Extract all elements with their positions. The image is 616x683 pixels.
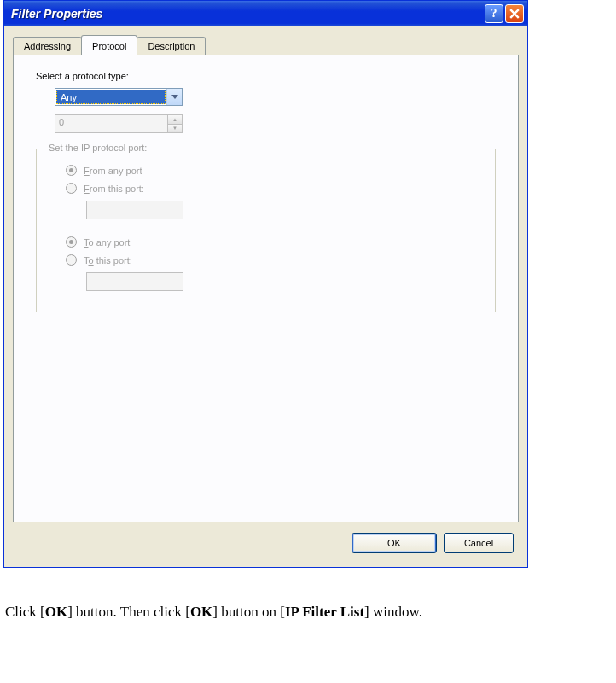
help-button[interactable]: ?: [485, 4, 503, 23]
close-icon: [509, 9, 520, 19]
window-title: Filter Properties: [11, 7, 485, 20]
from-port-input: [86, 201, 183, 219]
radio-icon: [66, 183, 77, 194]
select-protocol-label: Select a protocol type:: [36, 71, 496, 81]
dialog-window: Filter Properties ? Addressing Protocol …: [3, 0, 528, 568]
help-icon: ?: [491, 7, 497, 20]
spinner-up-button: ▲: [167, 115, 182, 125]
radio-from-this-port: From this port:: [50, 179, 481, 197]
radio-to-any-port: To any port: [50, 233, 481, 251]
radio-icon: [66, 236, 77, 248]
from-this-port-label: From this port:: [84, 184, 144, 194]
tab-panel-protocol: Select a protocol type: Any 0 ▲ ▼ Set th…: [13, 55, 519, 522]
to-any-port-label: To any port: [84, 237, 130, 248]
chevron-down-icon: [171, 95, 178, 100]
groupbox-legend: Set the IP protocol port:: [45, 143, 150, 153]
tab-description[interactable]: Description: [137, 37, 206, 55]
protocol-number-spinner: 0 ▲ ▼: [55, 114, 183, 133]
radio-to-this-port: To this port:: [50, 251, 481, 269]
title-bar: Filter Properties ?: [4, 1, 527, 26]
cancel-button[interactable]: Cancel: [444, 533, 514, 553]
to-port-input: [86, 272, 183, 291]
spinner-down-button: ▼: [167, 125, 182, 133]
tab-protocol[interactable]: Protocol: [81, 35, 137, 55]
radio-icon: [66, 165, 77, 176]
instruction-text: Click [OK] button. Then click [OK] butto…: [5, 604, 616, 621]
tab-strip: Addressing Protocol Description: [4, 26, 527, 55]
ip-port-groupbox: Set the IP protocol port: From any port …: [36, 149, 496, 312]
protocol-type-value: Any: [56, 90, 166, 104]
protocol-number-value: 0: [55, 115, 167, 132]
spinner-buttons: ▲ ▼: [167, 115, 182, 132]
protocol-type-dropdown[interactable]: Any: [55, 88, 183, 106]
ok-button[interactable]: OK: [352, 533, 437, 553]
from-any-port-label: From any port: [84, 166, 142, 176]
radio-from-any-port: From any port: [50, 161, 481, 179]
to-this-port-label: To this port:: [84, 255, 132, 266]
button-bar: OK Cancel: [4, 522, 527, 567]
tab-addressing[interactable]: Addressing: [13, 37, 82, 55]
radio-icon: [66, 254, 77, 266]
dropdown-arrow-button[interactable]: [166, 89, 182, 105]
title-controls: ?: [485, 4, 524, 23]
close-button[interactable]: [505, 4, 524, 23]
